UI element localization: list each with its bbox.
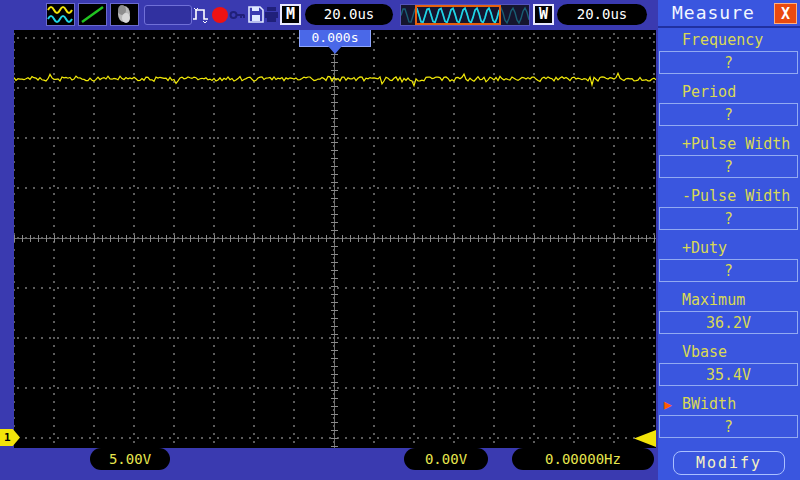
printer-icon[interactable] bbox=[263, 5, 280, 24]
measure-item-value: ? bbox=[659, 155, 798, 178]
measure-item-label: Vbase bbox=[658, 342, 800, 363]
channel-waves-icon[interactable] bbox=[46, 3, 75, 26]
window-timebase-value: 20.0us bbox=[557, 4, 647, 25]
panel-title: Measure bbox=[672, 2, 755, 23]
modify-button[interactable]: Modify bbox=[673, 451, 785, 475]
measure-item-label: -Pulse Width bbox=[658, 186, 800, 207]
close-icon[interactable]: X bbox=[774, 3, 797, 24]
measure-item-value: ? bbox=[659, 207, 798, 230]
frequency-counter: 0.00000Hz bbox=[512, 448, 654, 470]
measure-item-value: ? bbox=[659, 51, 798, 74]
green-line-icon[interactable] bbox=[78, 3, 107, 26]
trigger-level-value: 0.00V bbox=[404, 448, 488, 470]
measure-item-value: ? bbox=[659, 415, 798, 438]
main-timebase-value: 20.0us bbox=[305, 4, 393, 25]
measure-item-label: Period bbox=[658, 82, 800, 103]
measure-item-label: +Duty bbox=[658, 238, 800, 259]
oscilloscope-screen: M 20.0us W 20.0us 0.000s 1 Measure X Fre… bbox=[0, 0, 800, 480]
top-toolbar: M 20.0us W 20.0us bbox=[0, 0, 658, 30]
measure-panel-header: Measure X bbox=[658, 0, 800, 28]
volts-per-div: 5.00V bbox=[90, 448, 170, 470]
record-icon[interactable] bbox=[211, 5, 228, 24]
measure-item-label: ▶BWidth bbox=[658, 394, 800, 415]
measure-item-label: Frequency bbox=[658, 30, 800, 51]
waveform-preview[interactable] bbox=[400, 4, 530, 26]
window-timebase-label: W bbox=[533, 4, 554, 25]
main-timebase-label: M bbox=[280, 4, 301, 25]
measure-item-value: 36.2V bbox=[659, 311, 798, 334]
channel1-trace bbox=[14, 30, 656, 448]
measure-item-value: ? bbox=[659, 103, 798, 126]
key-icon[interactable] bbox=[229, 5, 246, 24]
graticule: 0.000s bbox=[14, 30, 656, 448]
pulse-measure-icon[interactable] bbox=[192, 5, 209, 24]
hand-icon[interactable] bbox=[110, 3, 139, 26]
trigger-position-flag[interactable]: 0.000s bbox=[299, 30, 371, 47]
bottom-status-bar: DC 20 5.00V CH1 0.00V 0.00000Hz bbox=[0, 448, 658, 480]
measure-item-label: +Pulse Width bbox=[658, 134, 800, 155]
measure-item-label: Maximum bbox=[658, 290, 800, 311]
measure-item-value: ? bbox=[659, 259, 798, 282]
save-floppy-icon[interactable] bbox=[247, 5, 264, 24]
blank-slot[interactable] bbox=[144, 5, 192, 25]
measure-panel: Measure X Frequency?Period?+Pulse Width?… bbox=[658, 0, 800, 480]
measure-item-value: 35.4V bbox=[659, 363, 798, 386]
selected-arrow-icon: ▶ bbox=[664, 394, 672, 415]
